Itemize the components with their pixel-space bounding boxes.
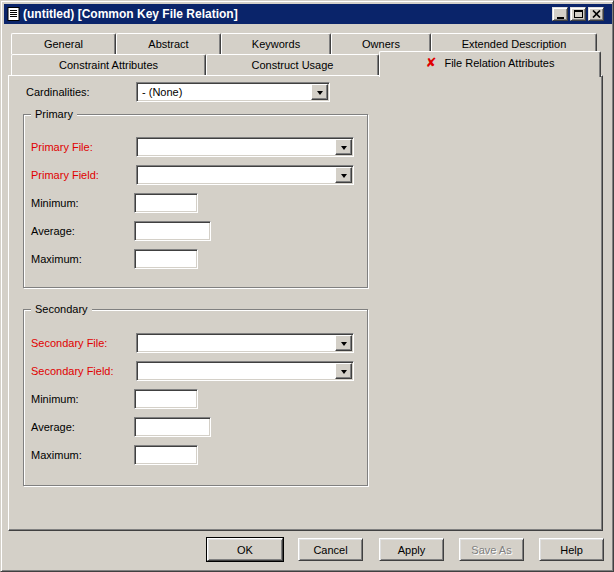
maximize-button[interactable] — [570, 7, 586, 21]
primary-field-label: Primary Field: — [31, 169, 99, 182]
window-title: (untitled) [Common Key File Relation] — [23, 7, 238, 21]
primary-field-combobox[interactable] — [136, 165, 354, 185]
tab-construct-usage[interactable]: Construct Usage — [206, 54, 379, 75]
chevron-down-icon — [341, 146, 347, 150]
tab-label: Constraint Attributes — [59, 59, 158, 71]
secondary-field-dropdown-button[interactable] — [335, 363, 352, 379]
error-x-icon: ✘ — [426, 56, 437, 69]
minimize-button[interactable] — [552, 7, 568, 21]
tab-constraint-attributes[interactable]: Constraint Attributes — [11, 54, 206, 75]
secondary-group-title: Secondary — [31, 303, 92, 316]
tab-label: Extended Description — [462, 38, 567, 50]
tab-label: File Relation Attributes — [444, 57, 554, 69]
tab-keywords[interactable]: Keywords — [221, 33, 331, 54]
save-as-button[interactable]: Save As — [459, 538, 524, 561]
cancel-button[interactable]: Cancel — [298, 538, 363, 561]
secondary-maximum-label: Maximum: — [31, 449, 82, 462]
tab-label: Construct Usage — [252, 59, 334, 71]
chevron-down-icon — [317, 91, 323, 95]
secondary-file-combobox[interactable] — [136, 333, 354, 353]
primary-file-value — [137, 138, 334, 156]
secondary-file-value — [137, 334, 334, 352]
primary-minimum-input[interactable] — [134, 193, 198, 213]
secondary-average-input[interactable] — [134, 417, 211, 437]
secondary-average-label: Average: — [31, 421, 75, 434]
secondary-minimum-input[interactable] — [134, 389, 198, 409]
common-key-file-relation-dialog: (untitled) [Common Key File Relation] Ge… — [0, 0, 614, 572]
chevron-down-icon — [341, 370, 347, 374]
primary-field-value — [137, 166, 334, 184]
apply-button[interactable]: Apply — [379, 538, 444, 561]
ok-button[interactable]: OK — [207, 538, 283, 561]
tab-label: Keywords — [252, 38, 300, 50]
secondary-file-dropdown-button[interactable] — [335, 335, 352, 351]
close-button[interactable] — [588, 7, 604, 21]
chevron-down-icon — [341, 174, 347, 178]
cardinalities-dropdown-button[interactable] — [311, 84, 328, 100]
tab-file-relation-attributes[interactable]: ✘ File Relation Attributes — [379, 51, 601, 77]
cardinalities-combobox[interactable]: - (None) — [136, 82, 330, 102]
tab-label: Abstract — [148, 38, 188, 50]
primary-file-dropdown-button[interactable] — [335, 139, 352, 155]
minimize-icon — [557, 17, 564, 19]
primary-field-dropdown-button[interactable] — [335, 167, 352, 183]
secondary-maximum-input[interactable] — [134, 445, 198, 465]
window-controls — [552, 7, 604, 21]
primary-minimum-label: Minimum: — [31, 197, 79, 210]
cardinalities-value: - (None) — [137, 83, 310, 101]
cardinalities-label: Cardinalities: — [26, 86, 90, 99]
chevron-down-icon — [341, 342, 347, 346]
tab-abstract[interactable]: Abstract — [116, 33, 221, 54]
primary-average-input[interactable] — [134, 221, 211, 241]
primary-maximum-label: Maximum: — [31, 253, 82, 266]
secondary-minimum-label: Minimum: — [31, 393, 79, 406]
tab-label: General — [44, 38, 83, 50]
secondary-field-label: Secondary Field: — [31, 365, 114, 378]
primary-average-label: Average: — [31, 225, 75, 238]
secondary-field-combobox[interactable] — [136, 361, 354, 381]
secondary-file-label: Secondary File: — [31, 337, 107, 350]
tab-general[interactable]: General — [11, 33, 116, 54]
document-icon — [6, 7, 20, 21]
close-icon — [592, 10, 601, 18]
primary-maximum-input[interactable] — [134, 249, 198, 269]
title-bar[interactable]: (untitled) [Common Key File Relation] — [4, 4, 612, 24]
tab-label: Owners — [362, 38, 400, 50]
primary-file-combobox[interactable] — [136, 137, 354, 157]
primary-file-label: Primary File: — [31, 141, 93, 154]
maximize-icon — [574, 10, 583, 18]
primary-group-title: Primary — [31, 108, 77, 121]
secondary-field-value — [137, 362, 334, 380]
help-button[interactable]: Help — [539, 538, 604, 561]
